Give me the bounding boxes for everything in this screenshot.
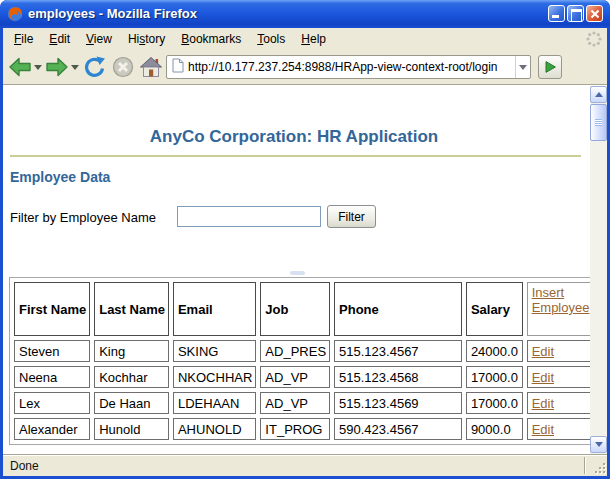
cell-email: LDEHAAN (173, 392, 256, 414)
cell-email: AHUNOLD (173, 418, 256, 440)
home-button[interactable] (139, 55, 163, 79)
firefox-window: employees - Mozilla Firefox File Edit Vi… (0, 0, 610, 479)
titlebar[interactable]: employees - Mozilla Firefox (0, 0, 610, 28)
column-header-first-name: First Name (14, 282, 90, 336)
arrow-down-icon (595, 442, 603, 447)
forward-history-dropdown-icon[interactable] (71, 65, 79, 70)
forward-button[interactable] (45, 55, 69, 79)
cell-first-name: Alexander (14, 418, 90, 440)
cell-salary: 17000.0 (466, 392, 523, 414)
menu-bar: File Edit View History Bookmarks Tools H… (3, 28, 607, 50)
menu-help[interactable]: Help (294, 29, 335, 49)
firefox-icon (7, 6, 23, 22)
cell-email: NKOCHHAR (173, 366, 256, 388)
cell-salary: 17000.0 (466, 366, 523, 388)
insert-employee-link[interactable]: Insert Employee (532, 285, 590, 315)
window-controls (548, 5, 603, 22)
cell-salary: 9000.0 (466, 418, 523, 440)
go-button[interactable] (538, 55, 562, 79)
edit-link[interactable]: Edit (532, 422, 554, 437)
cell-email: SKING (173, 340, 256, 362)
edit-link[interactable]: Edit (532, 396, 554, 411)
cell-phone: 590.423.4567 (334, 418, 462, 440)
menu-history[interactable]: History (121, 29, 174, 49)
employee-table: First Name Last Name Email Job Phone Sal… (9, 277, 607, 445)
cell-job: IT_PROG (260, 418, 330, 440)
cell-last-name: De Haan (94, 392, 169, 414)
filter-input[interactable] (177, 206, 321, 227)
cell-phone: 515.123.4567 (334, 340, 462, 362)
edit-link[interactable]: Edit (532, 370, 554, 385)
back-history-dropdown-icon[interactable] (34, 65, 42, 70)
menu-file[interactable]: File (7, 29, 42, 49)
navigation-toolbar: http://10.177.237.254:8988/HRApp-view-co… (3, 50, 607, 84)
window-title: employees - Mozilla Firefox (28, 6, 197, 21)
cell-phone: 515.123.4568 (334, 366, 462, 388)
table-row: Alexander Hunold AHUNOLD IT_PROG 590.423… (14, 418, 602, 440)
menu-view[interactable]: View (79, 29, 121, 49)
status-text: Done (10, 459, 39, 473)
cell-first-name: Steven (14, 340, 90, 362)
menu-bookmarks[interactable]: Bookmarks (174, 29, 250, 49)
cell-job: AD_VP (260, 392, 330, 414)
arrow-up-icon (595, 92, 603, 97)
cell-job: AD_PRES (260, 340, 330, 362)
scroll-down-button[interactable] (590, 436, 607, 453)
section-title: Employee Data (10, 169, 110, 185)
filter-button[interactable]: Filter (327, 205, 376, 228)
cell-last-name: Kochhar (94, 366, 169, 388)
browser-viewport: AnyCo Corporation: HR Application Employ… (3, 84, 607, 454)
column-header-last-name: Last Name (94, 282, 169, 336)
filter-label: Filter by Employee Name (10, 210, 156, 225)
scroll-up-button[interactable] (590, 86, 607, 103)
statusbar-separator (584, 457, 586, 474)
cell-last-name: King (94, 340, 169, 362)
minimize-button[interactable] (548, 5, 565, 22)
column-header-email: Email (173, 282, 256, 336)
menu-tools[interactable]: Tools (250, 29, 294, 49)
cell-last-name: Hunold (94, 418, 169, 440)
reload-button[interactable] (83, 55, 107, 79)
table-row: Lex De Haan LDEHAAN AD_VP 515.123.4569 1… (14, 392, 602, 414)
header-row: First Name Last Name Email Job Phone Sal… (14, 282, 602, 336)
cell-job: AD_VP (260, 366, 330, 388)
throbber-icon (586, 31, 602, 47)
column-header-phone: Phone (334, 282, 462, 336)
table-row: Neena Kochhar NKOCHHAR AD_VP 515.123.456… (14, 366, 602, 388)
stop-button[interactable] (111, 55, 135, 79)
menu-edit[interactable]: Edit (42, 29, 79, 49)
url-dropdown-icon[interactable] (515, 56, 530, 78)
column-header-job: Job (260, 282, 330, 336)
url-text[interactable]: http://10.177.237.254:8988/HRApp-view-co… (188, 60, 515, 74)
edit-link[interactable]: Edit (532, 344, 554, 359)
vertical-scrollbar[interactable] (590, 86, 607, 454)
status-bar: Done (3, 454, 607, 476)
divider (10, 155, 581, 157)
back-button[interactable] (8, 55, 32, 79)
cell-first-name: Neena (14, 366, 90, 388)
cell-salary: 24000.0 (466, 340, 523, 362)
close-button[interactable] (586, 5, 603, 22)
page-proxy-icon (172, 58, 184, 77)
resize-grip[interactable] (593, 461, 605, 473)
maximize-button[interactable] (567, 5, 584, 22)
page-title: AnyCo Corporation: HR Application (3, 127, 585, 147)
table-top-marker (290, 271, 305, 275)
column-header-salary: Salary (466, 282, 523, 336)
cell-first-name: Lex (14, 392, 90, 414)
scrollbar-thumb[interactable] (590, 104, 607, 141)
cell-phone: 515.123.4569 (334, 392, 462, 414)
table-row: Steven King SKING AD_PRES 515.123.4567 2… (14, 340, 602, 362)
url-bar[interactable]: http://10.177.237.254:8988/HRApp-view-co… (166, 55, 531, 79)
